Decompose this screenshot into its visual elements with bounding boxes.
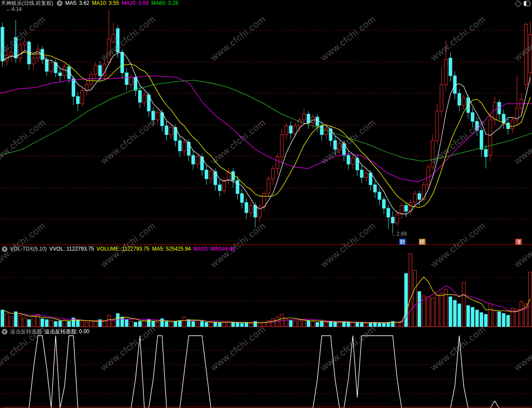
chevron-down-circle-icon[interactable]: ∨ (2, 329, 7, 335)
stamp-finance[interactable]: 财 (399, 239, 406, 245)
high-price-annotation: ←4.14 (6, 6, 22, 12)
vol-ma10-value: MA10: 469144.94 (194, 246, 235, 252)
stock-title: 天神娱乐(日线.前复权) (1, 0, 53, 6)
vol-indicator-name: VOL-TDX(5,10) (10, 246, 47, 252)
stamp-rank[interactable]: 榜 (419, 239, 426, 245)
chart-canvas[interactable] (0, 0, 532, 408)
stamp-rise[interactable]: 涨 (515, 239, 522, 245)
volume-value: VOLUME: 1122793.75 (97, 246, 150, 252)
candlesticks (1, 10, 532, 233)
ma60-label: MA60: 3.28 (151, 0, 178, 6)
stock-app-window: www.cfchi.comwww.cfchi.comwww.cfchi.comw… (0, 0, 532, 408)
low-price-annotation: ←2.69 (391, 231, 407, 237)
ma5-label: MA5: 3.62 (65, 0, 89, 6)
volume-pane-header: ∨ VOL-TDX(5,10) VVOL: 1122793.75 VOLUME:… (1, 246, 238, 252)
chevron-down-circle-icon[interactable]: ∨ (57, 0, 62, 6)
split-panel-icon[interactable] (524, 1, 530, 6)
gridlines (0, 30, 532, 394)
vvol-value: VVOL: 1122793.75 (49, 246, 94, 252)
signal-indicator-name: 追击反转选股 (10, 328, 42, 335)
diamond-icon[interactable] (515, 0, 522, 7)
signal-value: 追击反转选股: 0.00 (44, 328, 89, 335)
signal-line (3, 336, 531, 408)
chevron-down-circle-icon[interactable]: ∨ (2, 246, 7, 252)
ma20-label: MA20: 3.53 (121, 0, 148, 6)
ma60-line (0, 80, 532, 161)
window-controls (516, 1, 530, 6)
pane-divider-3 (0, 407, 532, 407)
main-chart-header: 天神娱乐(日线.前复权) ∨ MA5: 3.62 MA10: 3.55 MA20… (1, 0, 181, 6)
ma10-label: MA10: 3.55 (92, 0, 119, 6)
pane-divider-1 (0, 244, 532, 245)
vol-ma5-value: MA5: 525425.94 (152, 246, 191, 252)
signal-pane-header: ∨ 追击反转选股 追击反转选股: 0.00 (1, 328, 92, 335)
ma20-line (0, 76, 532, 182)
